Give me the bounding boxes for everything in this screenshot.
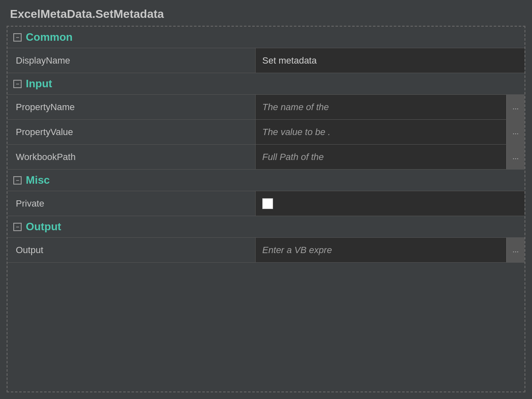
property-value-container-input-0: The name of the...	[256, 95, 525, 119]
ellipsis-button-input-1[interactable]: ...	[506, 120, 525, 144]
property-row-input-1: PropertyValueThe value to be ....	[7, 120, 525, 145]
property-value-input-1[interactable]: The value to be .	[256, 120, 506, 144]
property-value-container-misc-0	[256, 191, 525, 216]
property-row-input-0: PropertyNameThe name of the...	[7, 95, 525, 120]
collapse-icon-input[interactable]: −	[13, 80, 22, 88]
property-value-container-common-0: Set metadata	[256, 48, 525, 73]
checkbox-visual-misc-0[interactable]	[262, 198, 273, 209]
property-value-common-0[interactable]: Set metadata	[256, 48, 525, 73]
section-header-common[interactable]: −Common	[7, 27, 525, 48]
property-name-input-2: WorkbookPath	[7, 145, 256, 169]
property-name-input-0: PropertyName	[7, 95, 256, 119]
page-title: ExcelMetaData.SetMetadata	[0, 0, 532, 26]
section-header-misc[interactable]: −Misc	[7, 170, 525, 191]
property-name-input-1: PropertyValue	[7, 120, 256, 144]
ellipsis-button-output-0[interactable]: ...	[506, 238, 525, 262]
property-row-common-0: DisplayNameSet metadata	[7, 48, 525, 73]
property-value-container-output-0: Enter a VB expre...	[256, 238, 525, 262]
collapse-icon-output[interactable]: −	[13, 223, 22, 231]
section-header-output[interactable]: −Output	[7, 216, 525, 238]
property-checkbox-misc-0[interactable]	[256, 191, 525, 216]
property-value-output-0[interactable]: Enter a VB expre	[256, 238, 506, 262]
section-title-common: Common	[26, 31, 73, 44]
property-row-output-0: OutputEnter a VB expre...	[7, 238, 525, 263]
property-name-misc-0: Private	[7, 191, 256, 216]
ellipsis-button-input-2[interactable]: ...	[506, 145, 525, 169]
collapse-icon-common[interactable]: −	[13, 33, 22, 42]
property-name-output-0: Output	[7, 238, 256, 262]
section-title-misc: Misc	[26, 174, 50, 187]
property-value-container-input-2: Full Path of the...	[256, 145, 525, 169]
ellipsis-button-input-0[interactable]: ...	[506, 95, 525, 119]
section-header-input[interactable]: −Input	[7, 73, 525, 95]
property-value-input-2[interactable]: Full Path of the	[256, 145, 506, 169]
section-title-output: Output	[26, 220, 61, 233]
page-container: ExcelMetaData.SetMetadata −CommonDisplay…	[0, 0, 532, 399]
section-title-input: Input	[26, 77, 52, 90]
property-name-common-0: DisplayName	[7, 48, 256, 73]
property-row-misc-0: Private	[7, 191, 525, 216]
property-value-container-input-1: The value to be ....	[256, 120, 525, 144]
property-value-input-0[interactable]: The name of the	[256, 95, 506, 119]
collapse-icon-misc[interactable]: −	[13, 176, 22, 185]
property-row-input-2: WorkbookPathFull Path of the...	[7, 145, 525, 170]
properties-panel: −CommonDisplayNameSet metadata−InputProp…	[7, 26, 525, 392]
